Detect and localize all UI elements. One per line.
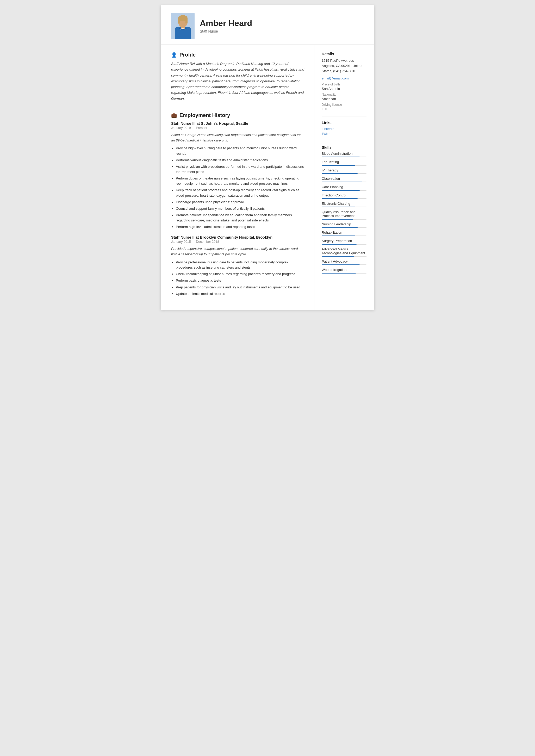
svg-rect-5 [178, 18, 180, 23]
bullet-item: Perform duties of theatre nurse such as … [176, 176, 305, 186]
skill-bar-background [322, 256, 366, 257]
bullet-item: Provide high-level nursing care to patie… [176, 146, 305, 156]
job-2-description: Provided responsive, compassionate, pati… [171, 246, 305, 257]
skill-bar-fill [322, 165, 355, 166]
body: 👤 Profile Staff Nurse RN with a Master's… [161, 44, 374, 310]
skill-bar-fill [322, 207, 355, 208]
skill-bar-fill [322, 265, 360, 265]
skill-item: Quality Assurance and Process Improvemen… [322, 210, 366, 220]
details-email[interactable]: email@email.com [322, 76, 349, 80]
skill-item: Observation [322, 177, 366, 182]
bullet-item: Discharge patients upon physicians' appr… [176, 200, 305, 205]
skill-name: Blood Administration [322, 152, 366, 155]
bullet-item: Provide professional nursing care to pat… [176, 260, 305, 270]
skill-item: Nursing Leadership [322, 222, 366, 228]
skill-bar-background [322, 219, 366, 220]
skill-name: Observation [322, 177, 366, 181]
skill-bar-fill [322, 236, 355, 236]
job-2-title: Staff Nurse II at Brooklyn Community Hos… [171, 235, 305, 239]
header: Amber Heard Staff Nurse [161, 5, 374, 44]
skill-name: Advanced Medical Technologies and Equipm… [322, 247, 366, 255]
skill-bar-fill [322, 273, 356, 273]
profile-heading: 👤 Profile [171, 52, 305, 58]
job-2: Staff Nurse II at Brooklyn Community Hos… [171, 235, 305, 296]
link-twitter[interactable]: Twitter [322, 132, 366, 136]
skill-name: Wound Irrigation [322, 268, 366, 272]
skill-item: Electronic Charting [322, 202, 366, 208]
employment-section: 💼 Employment History Staff Nurse III at … [171, 112, 305, 296]
details-address: 1515 Pacific Ave, Los Angeles, CA 90291,… [322, 58, 366, 74]
divider-1 [171, 108, 305, 108]
skill-bar-fill [322, 256, 354, 257]
divider-right-1 [322, 116, 366, 117]
skill-item: Infection Control [322, 193, 366, 199]
skill-name: Surgery Preparation [322, 239, 366, 243]
employment-icon: 💼 [171, 112, 177, 118]
skill-bar-fill [322, 190, 360, 191]
right-column: Details 1515 Pacific Ave, Los Angeles, C… [314, 44, 374, 310]
skill-name: Infection Control [322, 193, 366, 197]
svg-rect-6 [185, 18, 187, 23]
skills-list: Blood AdministrationLab TestingIV Therap… [322, 152, 366, 273]
job-2-date: January 2015 — December 2018 [171, 240, 305, 243]
skill-name: IV Therapy [322, 168, 366, 172]
skill-item: Advanced Medical Technologies and Equipm… [322, 247, 366, 257]
bullet-item: Update patient's medical records [176, 291, 305, 296]
left-column: 👤 Profile Staff Nurse RN with a Master's… [161, 44, 314, 310]
skill-bar-fill [322, 173, 358, 174]
skill-item: Lab Testing [322, 160, 366, 166]
bullet-item: Prep patients for physician visits and l… [176, 285, 305, 290]
links-heading: Links [322, 121, 366, 125]
skill-name: Rehabilitation [322, 231, 366, 235]
skill-bar-background [322, 236, 366, 236]
skill-name: Care Planning [322, 185, 366, 189]
skill-item: Surgery Preparation [322, 239, 366, 245]
job-1: Staff Nurse III at St John's Hospital, S… [171, 122, 305, 230]
skill-bar-fill [322, 227, 358, 228]
candidate-title: Staff Nurse [200, 29, 252, 33]
resume-container: Amber Heard Staff Nurse 👤 Profile Staff … [161, 5, 374, 310]
candidate-name: Amber Heard [200, 19, 252, 28]
details-heading: Details [322, 52, 366, 56]
avatar [171, 13, 195, 39]
link-linkedin[interactable]: Linkedin [322, 127, 366, 131]
bullet-item: Perform high-level administration and re… [176, 224, 305, 230]
profile-icon: 👤 [171, 52, 177, 58]
skill-name: Patient Advocacy [322, 260, 366, 264]
job-2-bullets: Provide professional nursing care to pat… [171, 260, 305, 296]
svg-rect-1 [175, 27, 191, 39]
bullet-item: Perform basic diagnostic tests [176, 278, 305, 283]
nationality-value: American [322, 97, 366, 101]
bullet-item: Check recordkeeping of junior nurses reg… [176, 271, 305, 277]
driving-label: Driving license [322, 103, 366, 106]
skill-bar-background [322, 190, 366, 191]
skills-section: Skills Blood AdministrationLab TestingIV… [322, 145, 366, 273]
skills-heading: Skills [322, 145, 366, 150]
job-1-bullets: Provide high-level nursing care to patie… [171, 146, 305, 230]
skill-bar-background [322, 182, 366, 182]
skill-bar-fill [322, 219, 353, 220]
skill-item: IV Therapy [322, 168, 366, 174]
skill-bar-background [322, 244, 366, 245]
skill-bar-fill [322, 198, 358, 199]
bullet-item: Assist physician with procedures perform… [176, 164, 305, 175]
skill-item: Wound Irrigation [322, 268, 366, 273]
header-info: Amber Heard Staff Nurse [200, 19, 252, 33]
employment-heading: 💼 Employment History [171, 112, 305, 118]
skill-name: Electronic Charting [322, 202, 366, 206]
skill-bar-background [322, 165, 366, 166]
job-1-date: January 2019 — Present [171, 126, 305, 130]
job-1-description: Acted as Charge Nurse evaluating staff r… [171, 132, 305, 143]
profile-text: Staff Nurse RN with a Master's Degree in… [171, 61, 305, 101]
skill-bar-background [322, 273, 366, 273]
skill-bar-fill [322, 182, 362, 182]
skill-bar-background [322, 198, 366, 199]
skill-item: Rehabilitation [322, 231, 366, 236]
skill-name: Nursing Leadership [322, 222, 366, 226]
skill-name: Lab Testing [322, 160, 366, 164]
details-section: Details 1515 Pacific Ave, Los Angeles, C… [322, 52, 366, 111]
skill-item: Blood Administration [322, 152, 366, 157]
pob-label: Place of birth [322, 83, 366, 86]
bullet-item: Keep track of patient progress and post-… [176, 187, 305, 198]
links-section: Links Linkedin Twitter [322, 121, 366, 136]
